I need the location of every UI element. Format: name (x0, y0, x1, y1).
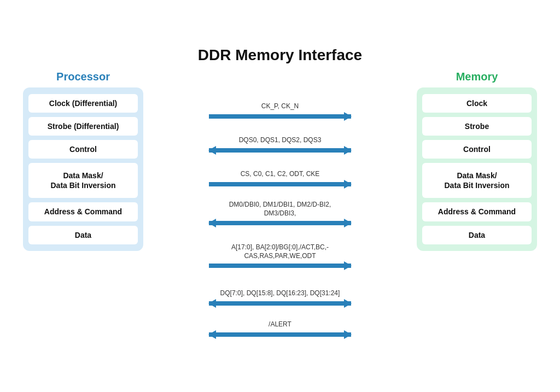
memory-block-dmask: Data Mask/Data Bit Inversion (422, 163, 532, 198)
arrow-line-2 (209, 146, 351, 155)
main-title: DDR Memory Interface (23, 46, 537, 64)
memory-title: Memory (456, 71, 498, 83)
arrow-right-1 (209, 114, 351, 119)
processor-box: Clock (Differential) Strobe (Differentia… (23, 87, 143, 251)
arrow-label-2: DQS0, DQS1, DQS2, DQS3 (239, 130, 322, 145)
arrow-label-5: A[17:0], BA[2:0]/BG[:0],/ACT,BC,-CAS,RAS… (214, 243, 346, 260)
arrow-row-1: CK_P, CK_N (187, 91, 373, 125)
arrow-both-4 (209, 221, 351, 225)
memory-column: Memory Clock Strobe Control Data Mask/Da… (417, 71, 537, 341)
arrow-line-3 (209, 180, 351, 189)
arrow-line-4 (209, 219, 351, 227)
arrow-row-3: CS, C0, C1, C2, ODT, CKE (187, 159, 373, 193)
memory-block-addr: Address & Command (422, 202, 532, 221)
memory-block-data: Data (422, 226, 532, 244)
arrow-both-7 (209, 332, 351, 337)
arrow-label-3: CS, C0, C1, C2, ODT, CKE (241, 163, 320, 179)
processor-block-clk: Clock (Differential) (28, 94, 138, 113)
arrows-column: CK_P, CK_N DQS0, DQS1, DQS2, DQS3 CS, C0… (187, 71, 373, 341)
arrow-label-4: DM0/DBI0, DM1/DBI1, DM2/D-BI2, DM3/DBI3, (214, 201, 346, 218)
arrow-line-6 (209, 299, 351, 308)
memory-block-clk: Clock (422, 94, 532, 113)
arrow-row-5: A[17:0], BA[2:0]/BG[:0],/ACT,BC,-CAS,RAS… (187, 236, 373, 278)
arrow-row-2: DQS0, DQS1, DQS2, DQS3 (187, 125, 373, 159)
arrow-both-2 (209, 148, 351, 153)
arrow-right-3 (209, 182, 351, 186)
processor-title: Processor (56, 71, 110, 83)
memory-block-strobe: Strobe (422, 117, 532, 136)
arrow-line-5 (209, 261, 351, 270)
arrow-label-1: CK_P, CK_N (261, 96, 299, 111)
arrow-line-7 (209, 330, 351, 339)
processor-block-ctrl: Control (28, 140, 138, 159)
arrow-both-6 (209, 301, 351, 306)
arrow-label-7: /ALERT (269, 314, 291, 329)
arrow-label-6: DQ[7:0], DQ[15:8], DQ[16:23], DQ[31:24] (220, 283, 340, 298)
arrow-row-7: /ALERT (187, 312, 373, 341)
arrow-row-4: DM0/DBI0, DM1/DBI1, DM2/D-BI2, DM3/DBI3, (187, 193, 373, 236)
arrow-line-1 (209, 112, 351, 121)
processor-block-addr: Address & Command (28, 202, 138, 221)
columns-wrapper: Processor Clock (Differential) Strobe (D… (23, 71, 537, 341)
arrow-row-6: DQ[7:0], DQ[15:8], DQ[16:23], DQ[31:24] (187, 278, 373, 312)
processor-block-strobe: Strobe (Differential) (28, 117, 138, 136)
processor-block-data: Data (28, 226, 138, 244)
memory-block-ctrl: Control (422, 140, 532, 159)
diagram-container: DDR Memory Interface Processor Clock (Di… (12, 41, 548, 352)
processor-block-dmask: Data Mask/Data Bit Inversion (28, 163, 138, 198)
arrow-right-5 (209, 264, 351, 268)
processor-column: Processor Clock (Differential) Strobe (D… (23, 71, 143, 341)
memory-box: Clock Strobe Control Data Mask/Data Bit … (417, 87, 537, 251)
